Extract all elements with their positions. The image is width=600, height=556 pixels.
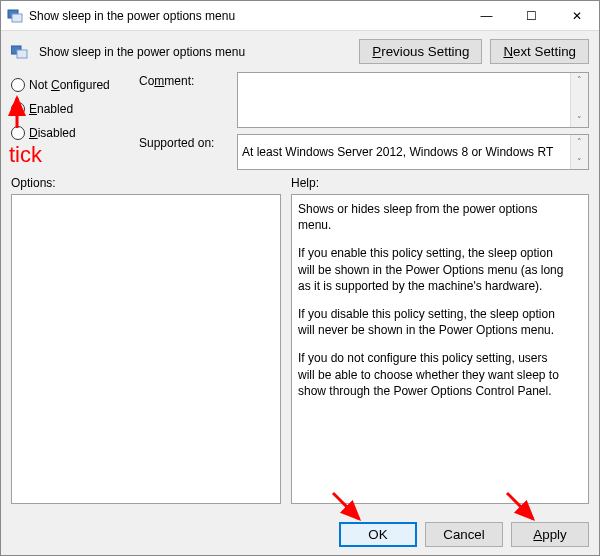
scroll-up-icon: ˄ (577, 73, 582, 87)
next-setting-button[interactable]: Next Setting (490, 39, 589, 64)
help-text: If you do not configure this policy sett… (298, 350, 564, 399)
window-title: Show sleep in the power options menu (29, 9, 235, 23)
policy-title: Show sleep in the power options menu (39, 45, 351, 59)
radio-icon-selected (11, 102, 25, 116)
maximize-icon: ☐ (526, 9, 537, 23)
gpedit-policy-dialog: Show sleep in the power options menu — ☐… (0, 0, 600, 556)
help-text: If you enable this policy setting, the s… (298, 245, 564, 294)
comment-label: Comment: (139, 72, 229, 88)
titlebar: Show sleep in the power options menu — ☐… (1, 1, 599, 31)
cancel-button[interactable]: Cancel (425, 522, 503, 547)
radio-disabled[interactable]: Disabled (11, 126, 131, 140)
maximize-button[interactable]: ☐ (509, 1, 554, 31)
svg-rect-1 (12, 14, 22, 22)
radio-enabled[interactable]: Enabled (11, 102, 131, 116)
supported-on-box: At least Windows Server 2012, Windows 8 … (237, 134, 589, 170)
scroll-down-icon: ˅ (577, 155, 582, 169)
minimize-button[interactable]: — (464, 1, 509, 31)
annotation-text-tick: tick (9, 142, 42, 168)
footer: OK Cancel Apply (1, 514, 599, 555)
header-row: Show sleep in the power options menu Pre… (1, 31, 599, 72)
close-button[interactable]: ✕ (554, 1, 599, 31)
scroll-up-icon: ˄ (577, 135, 582, 149)
supported-on-value: At least Windows Server 2012, Windows 8 … (242, 145, 553, 159)
svg-rect-3 (17, 50, 27, 58)
supported-on-label: Supported on: (139, 134, 229, 150)
help-label: Help: (291, 176, 589, 194)
previous-setting-button[interactable]: Previous Setting (359, 39, 482, 64)
state-radio-group: Not Configured Enabled Disabled (11, 72, 131, 170)
help-panel: Shows or hides sleep from the power opti… (291, 194, 589, 504)
settings-section: Not Configured Enabled Disabled (11, 72, 589, 170)
ok-button[interactable]: OK (339, 522, 417, 547)
options-panel (11, 194, 281, 504)
radio-icon (11, 78, 25, 92)
radio-not-configured[interactable]: Not Configured (11, 78, 131, 92)
scrollbar[interactable]: ˄ ˅ (570, 73, 588, 127)
scroll-down-icon: ˅ (577, 113, 582, 127)
scrollbar[interactable]: ˄ ˅ (570, 135, 588, 169)
comment-textarea[interactable]: ˄ ˅ (237, 72, 589, 128)
close-icon: ✕ (572, 9, 582, 23)
options-label: Options: (11, 176, 281, 194)
radio-icon (11, 126, 25, 140)
help-text: Shows or hides sleep from the power opti… (298, 201, 564, 233)
policy-icon (11, 44, 31, 60)
apply-button[interactable]: Apply (511, 522, 589, 547)
help-text: If you disable this policy setting, the … (298, 306, 564, 338)
app-icon (7, 8, 23, 24)
minimize-icon: — (481, 9, 493, 23)
